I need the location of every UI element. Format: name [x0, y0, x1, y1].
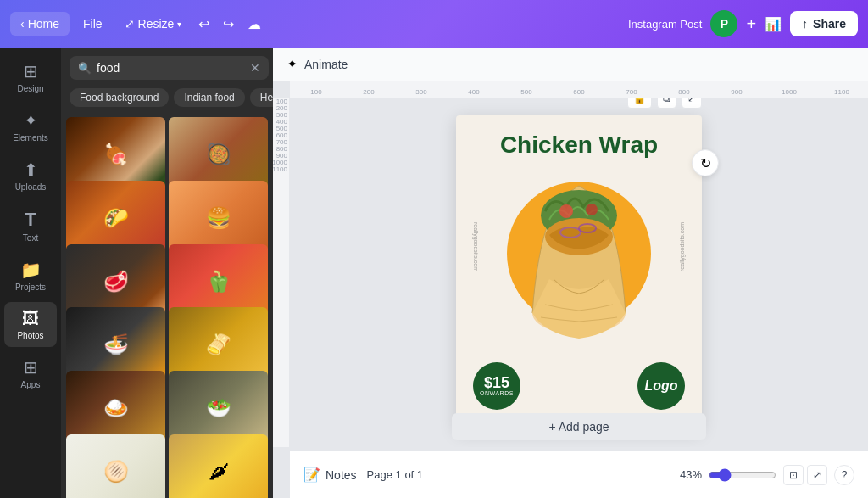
- home-label: Home: [28, 17, 59, 31]
- sidebar-item-apps[interactable]: ⊞ Apps: [4, 350, 57, 396]
- undo-button[interactable]: ↩: [195, 13, 213, 36]
- search-input[interactable]: [97, 61, 245, 75]
- search-icon: 🔍: [78, 62, 92, 75]
- list-item[interactable]: 🌶: [169, 434, 268, 498]
- sidebar-label-design: Design: [17, 84, 43, 93]
- topnav: ‹ Home File ⤢ Resize ▾ ↩ ↪ ☁ Instagram P…: [0, 0, 868, 48]
- fullscreen-button[interactable]: ⤢: [807, 465, 827, 485]
- sidebar-label-text: Text: [23, 233, 38, 243]
- main-layout: ⊞ Design ✦ Elements ⬆ Uploads T Text 📁 P…: [0, 48, 868, 498]
- zoom-area: 43% ⊡ ⤢ ?: [680, 465, 854, 485]
- copy-button[interactable]: ⧉: [657, 98, 676, 109]
- sidebar-item-elements[interactable]: ✦ Elements: [4, 104, 57, 149]
- lock-button[interactable]: 🔒: [627, 98, 652, 109]
- notes-button[interactable]: 📝 Notes: [303, 467, 357, 483]
- tag-indian-food[interactable]: Indian food: [174, 88, 244, 107]
- redo-button[interactable]: ↪: [220, 13, 237, 36]
- projects-icon: 📁: [20, 260, 42, 280]
- file-label: File: [83, 17, 103, 31]
- poster-controls: 🔒 ⧉ ⤢: [627, 98, 702, 109]
- platform-label: Instagram Post: [628, 18, 702, 31]
- chevron-down-icon: ▾: [177, 20, 181, 29]
- add-page-button[interactable]: + Add page: [452, 413, 706, 440]
- help-button[interactable]: ?: [834, 465, 854, 485]
- price-amount: $15: [484, 375, 509, 390]
- cloud-save-button[interactable]: ☁: [244, 13, 264, 36]
- text-icon: T: [25, 209, 36, 231]
- ruler-top: 100 200 300 400 500 600 700 800 900 1000…: [290, 81, 868, 98]
- page-info: Page 1 of 1: [367, 468, 424, 481]
- sidebar: ⊞ Design ✦ Elements ⬆ Uploads T Text 📁 P…: [0, 48, 61, 498]
- image-grid: 🍖 🥘 🌮 🍔 🥩 🫑 🍜 🫔: [61, 114, 273, 498]
- search-input-wrapper: 🔍 ✕: [70, 56, 269, 80]
- sidebar-label-elements: Elements: [13, 133, 48, 143]
- view-buttons: ⊡ ⤢: [783, 465, 827, 485]
- sidebar-item-uploads[interactable]: ⬆ Uploads: [4, 153, 57, 199]
- apps-icon: ⊞: [24, 357, 38, 378]
- analytics-button[interactable]: 📊: [765, 16, 782, 32]
- refresh-button[interactable]: ↻: [692, 149, 719, 176]
- add-page-bar: + Add page: [290, 406, 868, 447]
- nav-icons: ↩ ↪ ☁: [195, 13, 264, 36]
- zoom-level: 43%: [680, 468, 702, 481]
- search-panel: 🔍 ✕ ⚙ Food background Indian food Health…: [61, 48, 273, 498]
- design-icon: ⊞: [24, 61, 38, 81]
- photos-icon: 🖼: [22, 309, 39, 328]
- avatar-button[interactable]: P: [710, 10, 737, 37]
- animate-bar: ✦ Animate: [273, 48, 868, 81]
- resize-icon: ⤢: [125, 17, 135, 31]
- fit-page-button[interactable]: ⊡: [783, 465, 804, 485]
- sidebar-label-projects: Projects: [15, 283, 46, 292]
- share-label: Share: [813, 17, 846, 31]
- animate-label[interactable]: Animate: [304, 58, 348, 71]
- home-button[interactable]: ‹ Home: [10, 12, 70, 36]
- sidebar-label-apps: Apps: [21, 380, 41, 389]
- poster-container: 🔒 ⧉ ⤢ Chicken Wrap: [456, 115, 702, 430]
- logo-badge: Logo: [637, 362, 685, 410]
- canvas-wrapper: 100 200 300 400 500 600 700 800 900 1000…: [273, 81, 868, 498]
- nav-right: Instagram Post P + 📊 ↑ Share: [628, 10, 858, 37]
- add-collaborator-button[interactable]: +: [746, 14, 756, 34]
- tag-pills: Food background Indian food Healthy ›: [61, 85, 273, 114]
- share-icon: ↑: [802, 17, 808, 31]
- sidebar-item-design[interactable]: ⊞ Design: [4, 54, 57, 100]
- search-bar: 🔍 ✕ ⚙: [61, 48, 273, 85]
- list-item[interactable]: 🫓: [66, 434, 165, 498]
- sidebar-label-photos: Photos: [17, 331, 43, 340]
- poster-image-area: reallygoodsits.com reallygoodsits.com: [470, 169, 688, 347]
- tag-healthy[interactable]: Healthy: [250, 88, 273, 107]
- share-button[interactable]: ↑ Share: [790, 11, 858, 36]
- zoom-slider[interactable]: [709, 468, 776, 482]
- clear-search-button[interactable]: ✕: [250, 61, 260, 75]
- sidebar-label-uploads: Uploads: [15, 182, 47, 192]
- canvas-area: ✦ Animate 100 200 300 400 500 600 700 80…: [273, 48, 868, 498]
- price-badge: $15 onwards: [473, 362, 520, 410]
- resize-label: Resize: [138, 17, 175, 31]
- logo-text: Logo: [644, 378, 677, 394]
- notes-icon: 📝: [303, 467, 320, 483]
- wrap-image: [494, 169, 664, 347]
- animate-icon: ✦: [287, 56, 298, 72]
- sidebar-item-projects[interactable]: 📁 Projects: [4, 253, 57, 299]
- svg-point-3: [586, 204, 598, 215]
- poster[interactable]: Chicken Wrap reallygoodsits.com reallygo…: [456, 115, 702, 430]
- sidebar-item-text[interactable]: T Text: [4, 202, 57, 249]
- nav-left: ‹ Home File ⤢ Resize ▾ ↩ ↪ ☁: [10, 12, 264, 36]
- sidebar-item-photos[interactable]: 🖼 Photos: [4, 302, 57, 347]
- ruler-left: 100 200 300 400 500 600 700 800 900 1000…: [273, 98, 290, 447]
- file-button[interactable]: File: [75, 12, 111, 36]
- notes-label: Notes: [326, 468, 357, 482]
- price-label: onwards: [480, 390, 514, 396]
- bottom-bar: 📝 Notes Page 1 of 1 43% ⊡ ⤢ ?: [290, 450, 868, 498]
- canvas-scroll: 🔒 ⧉ ⤢ Chicken Wrap: [290, 98, 868, 447]
- uploads-icon: ⬆: [24, 159, 38, 180]
- poster-side-text-left: reallygoodsits.com: [473, 222, 479, 271]
- resize-button[interactable]: ⤢ Resize ▾: [116, 12, 191, 36]
- poster-side-text-right: reallygoodsits.com: [679, 222, 685, 271]
- elements-icon: ✦: [24, 110, 38, 131]
- poster-title: Chicken Wrap: [470, 132, 688, 159]
- expand-button[interactable]: ⤢: [682, 98, 702, 109]
- poster-inner: Chicken Wrap reallygoodsits.com reallygo…: [456, 115, 702, 430]
- svg-point-2: [559, 204, 573, 218]
- tag-food-background[interactable]: Food background: [70, 88, 169, 107]
